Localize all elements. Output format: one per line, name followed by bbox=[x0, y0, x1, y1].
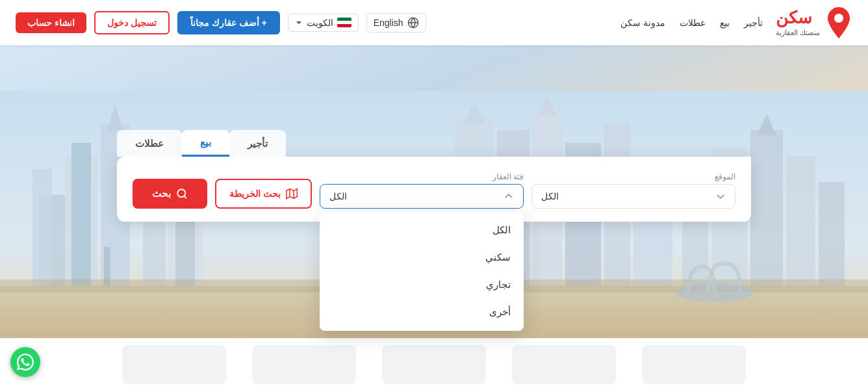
svg-rect-24 bbox=[750, 130, 783, 286]
tab-buy[interactable]: بيع bbox=[182, 130, 229, 157]
strip-card-1 bbox=[642, 345, 746, 384]
tab-rent[interactable]: تأجير bbox=[229, 130, 286, 157]
category-label: فئة العقار bbox=[320, 172, 524, 181]
language-selector[interactable]: English bbox=[366, 13, 426, 32]
nav-buy[interactable]: بيع bbox=[720, 18, 730, 28]
kuwait-flag bbox=[337, 18, 351, 27]
strip-card-3 bbox=[382, 345, 486, 384]
login-button[interactable]: تسجيل دخول bbox=[94, 11, 170, 34]
svg-rect-26 bbox=[786, 156, 815, 286]
bottom-strip bbox=[0, 338, 868, 390]
map-search-button[interactable]: بحث الخريطة bbox=[215, 179, 312, 209]
dropdown-item-other[interactable]: أخرى bbox=[320, 298, 524, 326]
logo-title: سكن bbox=[776, 8, 812, 28]
search-tabs: تأجير بيع عطلات bbox=[117, 130, 751, 157]
header-left: English الكويت + أضف عقارك مجاناً تسجيل … bbox=[16, 11, 426, 34]
logo[interactable]: سكن منصتك العقارية bbox=[776, 6, 852, 40]
map-search-label: بحث الخريطة bbox=[229, 188, 281, 199]
search-icon bbox=[176, 188, 188, 200]
dropdown-item-all[interactable]: الكل bbox=[320, 216, 524, 244]
search-box: الموقع الكل فئة العقار الكل الكل bbox=[117, 157, 751, 222]
chevron-up-icon bbox=[504, 191, 514, 202]
search-label: بحث bbox=[152, 188, 171, 200]
main-nav: تأجير بيع عطلات مدونة سكن bbox=[620, 18, 763, 28]
nav-classifieds[interactable]: عطلات bbox=[680, 18, 706, 28]
svg-point-0 bbox=[834, 14, 843, 23]
whatsapp-icon bbox=[17, 354, 34, 370]
header-right: سكن منصتك العقارية تأجير بيع عطلات مدونة… bbox=[620, 6, 852, 40]
country-label: الكويت bbox=[307, 18, 333, 28]
location-select[interactable]: الكل bbox=[531, 184, 735, 209]
register-button[interactable]: انشاء حساب bbox=[16, 12, 86, 33]
hero-section: تأجير بيع عطلات الموقع الكل فئة العقار bbox=[0, 46, 868, 390]
category-value: الكل bbox=[329, 191, 347, 202]
dropdown-item-residential[interactable]: سكني bbox=[320, 244, 524, 271]
search-fields: الموقع الكل فئة العقار الكل الكل bbox=[133, 172, 735, 209]
search-button[interactable]: بحث bbox=[133, 179, 207, 209]
language-label: English bbox=[374, 18, 403, 28]
add-property-button[interactable]: + أضف عقارك مجاناً bbox=[177, 11, 280, 34]
country-selector[interactable]: الكويت bbox=[288, 14, 359, 32]
svg-rect-5 bbox=[32, 169, 52, 286]
tab-holidays[interactable]: عطلات bbox=[117, 130, 182, 157]
chevron-down-icon bbox=[295, 19, 303, 27]
logo-subtitle: منصتك العقارية bbox=[776, 29, 820, 37]
location-label: الموقع bbox=[531, 172, 735, 181]
nav-rent[interactable]: تأجير bbox=[744, 18, 763, 28]
chevron-down-icon bbox=[715, 191, 726, 202]
nav-blog[interactable]: مدونة سكن bbox=[620, 18, 665, 28]
map-icon bbox=[286, 188, 298, 200]
category-dropdown: الكل سكني تجاري أخرى bbox=[320, 211, 524, 331]
category-field-group: فئة العقار الكل الكل سكني تجاري أخرى bbox=[320, 172, 524, 209]
svg-rect-27 bbox=[819, 182, 845, 286]
strip-card-2 bbox=[512, 345, 616, 384]
location-value: الكل bbox=[541, 191, 559, 202]
location-field-group: الموقع الكل bbox=[531, 172, 735, 209]
logo-text: سكن منصتك العقارية bbox=[776, 8, 820, 36]
globe-icon bbox=[407, 17, 419, 29]
category-select[interactable]: الكل bbox=[320, 184, 524, 209]
svg-point-36 bbox=[177, 189, 185, 197]
strip-card-4 bbox=[252, 345, 356, 384]
dropdown-item-commercial[interactable]: تجاري bbox=[320, 271, 524, 298]
search-widget: تأجير بيع عطلات الموقع الكل فئة العقار bbox=[117, 130, 751, 222]
strip-card-5 bbox=[122, 345, 226, 384]
logo-icon bbox=[825, 6, 852, 40]
svg-rect-7 bbox=[71, 143, 91, 286]
whatsapp-fab[interactable] bbox=[10, 347, 40, 377]
header: سكن منصتك العقارية تأجير بيع عطلات مدونة… bbox=[0, 0, 868, 46]
